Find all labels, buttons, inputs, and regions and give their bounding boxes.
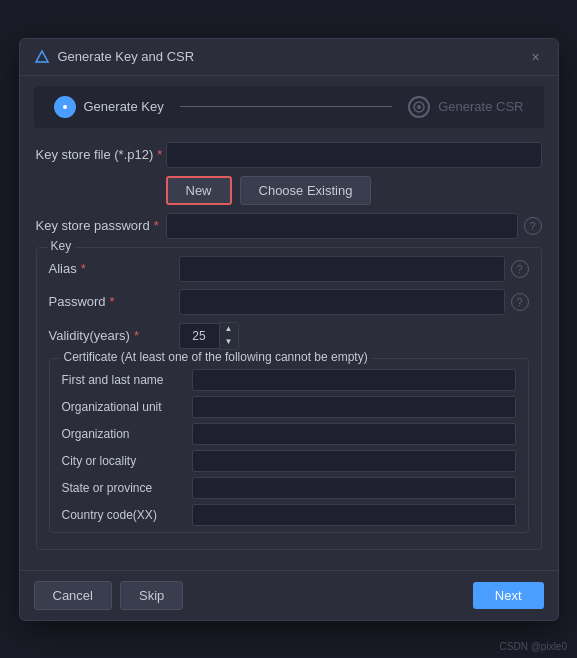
dialog-title: Generate Key and CSR	[58, 49, 195, 64]
key-store-file-required: *	[157, 147, 162, 162]
cert-state-label: State or province	[62, 481, 192, 495]
key-password-input[interactable]	[179, 289, 505, 315]
key-store-password-required: *	[154, 218, 159, 233]
cert-org-input[interactable]	[192, 423, 516, 445]
cert-first-last-name-row: First and last name	[62, 369, 516, 391]
validity-required: *	[134, 328, 139, 343]
footer-left-buttons: Cancel Skip	[34, 581, 184, 610]
stepper: Generate Key Generate CSR	[34, 86, 544, 128]
choose-existing-button[interactable]: Choose Existing	[240, 176, 372, 205]
validity-label: Validity(years) *	[49, 328, 179, 343]
certificate-group-legend: Certificate (At least one of the followi…	[60, 350, 372, 364]
cert-country-label: Country code(XX)	[62, 508, 192, 522]
cert-org-label: Organization	[62, 427, 192, 441]
validity-spinner-buttons: ▲ ▼	[219, 322, 239, 350]
key-store-password-row: Key store password * ?	[36, 213, 542, 239]
new-button[interactable]: New	[166, 176, 232, 205]
svg-point-4	[417, 105, 421, 109]
validity-increment-button[interactable]: ▲	[220, 323, 238, 336]
key-store-password-label: Key store password *	[36, 218, 166, 233]
cert-city-row: City or locality	[62, 450, 516, 472]
title-bar: Generate Key and CSR ×	[20, 39, 558, 76]
step-1-label: Generate Key	[84, 99, 164, 114]
app-icon	[34, 49, 50, 65]
alias-help-icon[interactable]: ?	[511, 260, 529, 278]
validity-spinner: ▲ ▼	[179, 322, 239, 350]
next-button[interactable]: Next	[473, 582, 544, 609]
step-2: Generate CSR	[408, 96, 523, 118]
title-bar-left: Generate Key and CSR	[34, 49, 195, 65]
cert-state-input[interactable]	[192, 477, 516, 499]
key-store-password-input[interactable]	[166, 213, 518, 239]
key-group: Key Alias * ? Password *	[36, 247, 542, 550]
validity-decrement-button[interactable]: ▼	[220, 336, 238, 349]
svg-point-2	[63, 105, 67, 109]
close-button[interactable]: ×	[528, 49, 544, 65]
key-password-required: *	[110, 294, 115, 309]
dialog-footer: Cancel Skip Next	[20, 570, 558, 620]
key-password-help-icon[interactable]: ?	[511, 293, 529, 311]
cancel-button[interactable]: Cancel	[34, 581, 112, 610]
file-buttons-row: New Choose Existing	[36, 176, 542, 205]
step-2-label: Generate CSR	[438, 99, 523, 114]
certificate-group: Certificate (At least one of the followi…	[49, 358, 529, 533]
password-help-icon[interactable]: ?	[524, 217, 542, 235]
key-store-file-input[interactable]	[166, 142, 542, 168]
alias-required: *	[81, 261, 86, 276]
cert-org-unit-input[interactable]	[192, 396, 516, 418]
key-password-label: Password *	[49, 294, 179, 309]
cert-city-input[interactable]	[192, 450, 516, 472]
cert-org-unit-row: Organizational unit	[62, 396, 516, 418]
cert-first-last-name-input[interactable]	[192, 369, 516, 391]
cert-city-label: City or locality	[62, 454, 192, 468]
step-1-circle	[54, 96, 76, 118]
key-group-legend: Key	[47, 239, 76, 253]
cert-org-row: Organization	[62, 423, 516, 445]
skip-button[interactable]: Skip	[120, 581, 183, 610]
watermark: CSDN @pixle0	[500, 641, 567, 652]
alias-input[interactable]	[179, 256, 505, 282]
generate-key-csr-dialog: Generate Key and CSR × Generate Key	[19, 38, 559, 621]
step-divider	[180, 106, 393, 107]
validity-row: Validity(years) * ▲ ▼	[49, 322, 529, 350]
validity-input[interactable]	[179, 323, 219, 349]
cert-state-row: State or province	[62, 477, 516, 499]
key-store-file-row: Key store file (*.p12) *	[36, 142, 542, 168]
svg-marker-0	[36, 51, 48, 62]
alias-row: Alias * ?	[49, 256, 529, 282]
alias-label: Alias *	[49, 261, 179, 276]
cert-first-last-name-label: First and last name	[62, 373, 192, 387]
key-store-file-label: Key store file (*.p12) *	[36, 147, 166, 162]
cert-country-input[interactable]	[192, 504, 516, 526]
step-1: Generate Key	[54, 96, 164, 118]
cert-country-row: Country code(XX)	[62, 504, 516, 526]
cert-org-unit-label: Organizational unit	[62, 400, 192, 414]
step-2-circle	[408, 96, 430, 118]
key-password-row: Password * ?	[49, 289, 529, 315]
form-content: Key store file (*.p12) * New Choose Exis…	[20, 138, 558, 570]
